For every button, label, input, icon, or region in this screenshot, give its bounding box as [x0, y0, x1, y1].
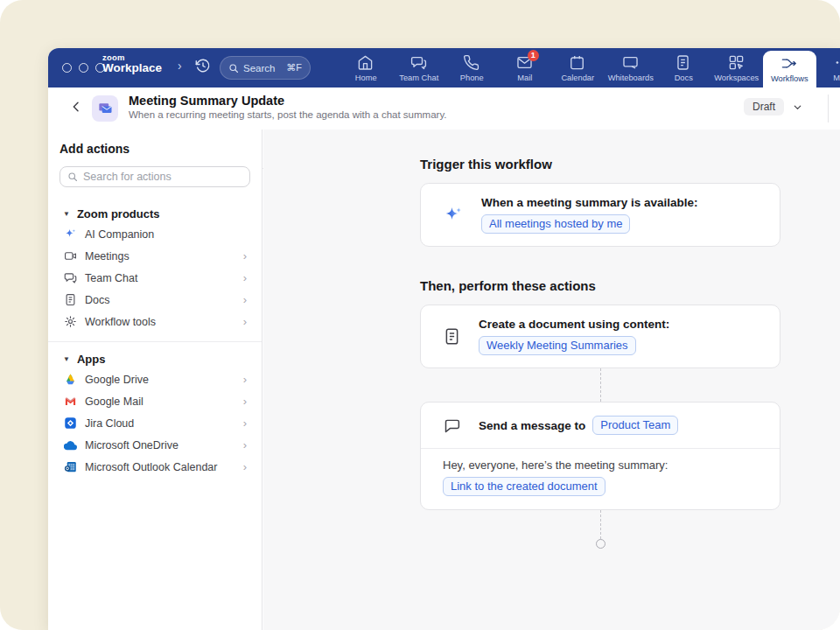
- workflow-header: Meeting Summary Update When a recurring …: [48, 88, 840, 130]
- nav-more[interactable]: More: [816, 48, 840, 88]
- connector: [420, 368, 780, 402]
- trigger-chip[interactable]: All meetings hosted by me: [481, 214, 630, 234]
- nav-phone[interactable]: Phone: [445, 48, 499, 88]
- top-bar: zoom Workplace › Search ⌘F Home Team Cha…: [48, 48, 840, 88]
- gear-icon: [63, 315, 77, 329]
- trigger-text: When a meeting summary is available:: [481, 196, 698, 209]
- section-zoom-products[interactable]: ▼ Zoom products: [60, 205, 250, 223]
- sidebar-item-ai-companion[interactable]: AI Companion: [60, 223, 250, 245]
- window-minimize-button[interactable]: [79, 63, 88, 73]
- outlook-calendar-icon: [63, 460, 77, 474]
- sidebar-item-team-chat[interactable]: Team Chat ›: [60, 267, 250, 289]
- search-icon: [67, 172, 78, 182]
- sidebar-item-workflow-tools[interactable]: Workflow tools ›: [60, 311, 250, 332]
- ai-companion-icon: [443, 205, 464, 226]
- sidebar-item-microsoft-onedrive[interactable]: Microsoft OneDrive ›: [60, 434, 250, 456]
- search-shortcut: ⌘F: [286, 62, 302, 74]
- chevron-right-icon: ›: [243, 460, 247, 473]
- actions-search-input[interactable]: [83, 171, 242, 183]
- section-apps[interactable]: ▼ Apps: [60, 350, 250, 368]
- send-message-card[interactable]: Send a message to Product Team Hey, ever…: [420, 402, 780, 510]
- workspaces-icon: [728, 54, 746, 72]
- chevron-right-icon: ›: [243, 395, 247, 408]
- docs-icon: [63, 293, 77, 307]
- actions-search[interactable]: [60, 166, 250, 187]
- message-body: Hey, everyone, here’s the meeting summar…: [421, 448, 780, 509]
- history-icon[interactable]: [195, 58, 211, 74]
- workflows-icon: [780, 55, 798, 73]
- sidebar-title: Add actions: [60, 142, 250, 156]
- chevron-right-icon[interactable]: ›: [178, 59, 182, 73]
- end-connector: [420, 510, 780, 549]
- nav-home[interactable]: Home: [340, 48, 393, 88]
- team-chat-icon: [63, 271, 77, 285]
- workflow-thumbnail-icon: [92, 95, 118, 122]
- cream-frame: zoom Workplace › Search ⌘F Home Team Cha…: [0, 0, 840, 630]
- chevron-right-icon: ›: [243, 293, 247, 306]
- collapse-triangle-icon: ▼: [63, 210, 70, 218]
- logo-workplace-text: Workplace: [102, 62, 162, 74]
- trigger-heading: Trigger this workflow: [420, 157, 840, 172]
- window-controls[interactable]: [62, 63, 105, 73]
- send-message-recipient-chip[interactable]: Product Team: [592, 416, 678, 435]
- google-drive-icon: [63, 373, 77, 387]
- header-divider: [828, 94, 829, 122]
- zoom-workplace-logo: zoom Workplace: [102, 53, 162, 74]
- dashed-connector-line: [600, 510, 601, 539]
- nav-workspaces[interactable]: Workspaces: [710, 48, 764, 88]
- status-badge[interactable]: Draft: [744, 98, 784, 116]
- meetings-icon: [63, 249, 77, 263]
- app-window: zoom Workplace › Search ⌘F Home Team Cha…: [48, 48, 840, 630]
- nav-whiteboards[interactable]: Whiteboards: [605, 48, 658, 88]
- workflow-canvas: Trigger this workflow When a meeting sum…: [263, 130, 840, 630]
- message-link-chip[interactable]: Link to the created document: [443, 477, 606, 496]
- mail-badge: 1: [528, 50, 539, 61]
- sidebar-item-google-drive[interactable]: Google Drive ›: [60, 368, 250, 390]
- workflow-title: Meeting Summary Update: [129, 94, 284, 108]
- nav-docs[interactable]: Docs: [657, 48, 710, 88]
- nav-workflows[interactable]: Workflows: [763, 51, 816, 88]
- chevron-right-icon: ›: [243, 373, 247, 386]
- actions-heading: Then, perform these actions: [420, 278, 840, 293]
- create-document-text: Create a document using content:: [479, 318, 669, 331]
- dashed-connector-line: [600, 368, 601, 402]
- sidebar-item-docs[interactable]: Docs ›: [60, 289, 250, 311]
- sidebar-item-jira-cloud[interactable]: Jira Cloud ›: [60, 412, 250, 434]
- chevron-down-icon[interactable]: [792, 102, 803, 113]
- home-icon: [357, 54, 374, 72]
- message-bubble-icon: [443, 416, 461, 435]
- whiteboards-icon: [622, 54, 640, 72]
- main-nav: Home Team Chat Phone 1 Mail Calendar: [340, 48, 840, 88]
- create-document-card[interactable]: Create a document using content: Weekly …: [420, 304, 780, 368]
- onedrive-icon: [63, 438, 77, 452]
- document-icon: [443, 327, 461, 346]
- chevron-right-icon: ›: [243, 438, 247, 452]
- sidebar-item-google-mail[interactable]: Google Mail ›: [60, 390, 250, 412]
- sidebar-item-microsoft-outlook-calendar[interactable]: Microsoft Outlook Calendar ›: [60, 456, 250, 478]
- search-placeholder: Search: [243, 63, 275, 74]
- chevron-right-icon: ›: [243, 249, 247, 262]
- nav-team-chat[interactable]: Team Chat: [393, 48, 446, 88]
- team-chat-icon: [410, 54, 428, 72]
- chevron-right-icon: ›: [243, 416, 247, 430]
- nav-calendar[interactable]: Calendar: [551, 48, 605, 88]
- sidebar-divider: [48, 341, 262, 342]
- collapse-triangle-icon: ▼: [63, 355, 70, 363]
- sidebar-item-meetings[interactable]: Meetings ›: [60, 245, 250, 267]
- chevron-right-icon: ›: [243, 315, 247, 328]
- workflow-subtitle: When a recurring meeting starts, post th…: [129, 109, 447, 120]
- docs-icon: [675, 54, 692, 72]
- send-message-text: Send a message to: [479, 419, 585, 432]
- actions-sidebar: Add actions ▼ Zoom products AI Companion…: [48, 130, 262, 630]
- jira-cloud-icon: [63, 416, 77, 430]
- global-search[interactable]: Search ⌘F: [220, 56, 311, 80]
- calendar-icon: [569, 54, 586, 72]
- trigger-card[interactable]: When a meeting summary is available: All…: [420, 183, 780, 247]
- back-button[interactable]: [69, 100, 83, 114]
- create-document-chip[interactable]: Weekly Meeting Summaries: [479, 336, 636, 355]
- ai-companion-icon: [63, 228, 77, 242]
- connector-end-dot: [596, 539, 606, 549]
- search-icon: [228, 63, 239, 74]
- nav-mail[interactable]: 1 Mail: [499, 48, 552, 88]
- window-close-button[interactable]: [62, 63, 72, 73]
